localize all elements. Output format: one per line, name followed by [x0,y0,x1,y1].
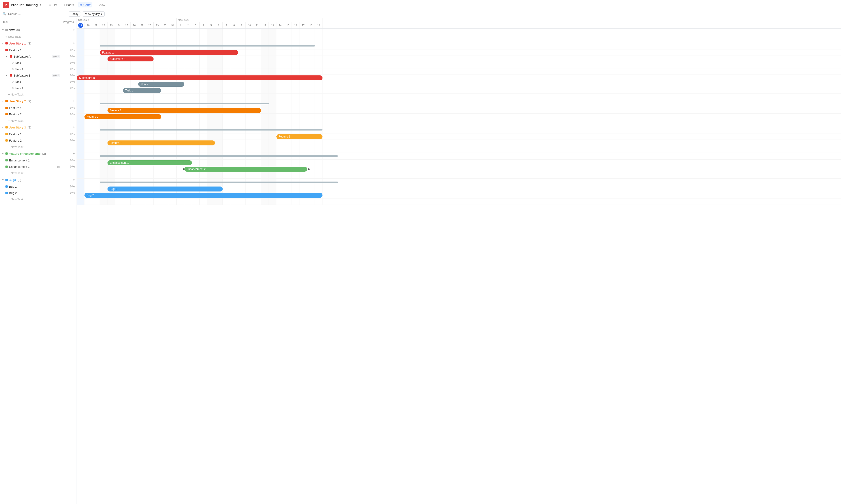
search-input[interactable] [8,12,67,16]
gantt-bar[interactable]: Feature 2 [85,114,161,119]
gantt-bar[interactable]: Feature 1 [100,50,238,55]
gantt-row-21: Enhancement 2 [77,166,841,172]
task-us1-feature1[interactable]: Feature 1 0 % [0,47,76,53]
task-us2-feature2[interactable]: Feature 2 0 % [0,111,76,118]
group-label-new: New (0) [8,28,72,32]
task-us3-feature2[interactable]: Feature 2 0 % [0,137,76,144]
day-cell-30: 30 [161,22,169,29]
day-cell-22: 22 [100,22,107,29]
expand-icon: ▼ [5,55,8,58]
task-us2-feature1[interactable]: Feature 1 0 % [0,105,76,111]
gantt-bar[interactable]: Feature 1 [276,134,322,139]
day-cell-31: 31 [169,22,177,29]
day-cell-29: 29 [154,22,161,29]
gantt-row-0 [77,29,841,36]
group-new[interactable]: ▼ New (0) + [0,26,76,33]
new-task-new-group[interactable]: + New Task [0,33,76,40]
add-group-us2-btn[interactable]: + [73,99,75,103]
day-cell-19: 19 [315,22,322,29]
new-task-fe[interactable]: + New Task [0,170,76,176]
gantt-row-25: Bug 2 [77,192,841,198]
group-user-story-2[interactable]: ▼ User Story 2 (2) + [0,97,76,105]
gantt-bar[interactable]: Bug 1 [107,186,223,192]
toolbar: 🔍 Today View by day ▾ [0,10,841,18]
add-icon: + [8,172,10,175]
add-group-us1-btn[interactable]: + [73,41,75,46]
add-group-us3-btn[interactable]: + [73,125,75,129]
gantt-group-bar[interactable] [100,182,338,183]
task-dot [12,87,14,89]
group-bugs[interactable]: ▼ Bugs (2) + [0,176,76,183]
day-row: 1920212223242526272829303112345678910111… [77,22,841,29]
collapse-icon: ▼ [2,42,4,45]
task-dot [5,113,8,115]
main-layout: Task Progress ▼ New (0) + + New Task ▼ U… [0,18,841,504]
view-by-day-button[interactable]: View by day ▾ [83,11,104,17]
add-icon: + [8,93,10,96]
gantt-group-bar[interactable] [100,155,338,157]
gantt-bar[interactable]: Bug 2 [85,193,322,198]
gantt-group-bar[interactable] [100,129,322,130]
collapse-icon: ▼ [2,152,4,155]
day-cell-3: 3 [192,22,200,29]
add-icon: + [8,145,10,148]
gantt-group-bar[interactable] [100,103,269,104]
group-dot-us3 [5,126,8,128]
gantt-bar[interactable]: Feature 1 [107,108,261,113]
task-enhancement1[interactable]: Enhancement 1 0 % [0,157,76,163]
day-cell-25: 25 [123,22,130,29]
task-bug1[interactable]: Bug 1 0 % [0,183,76,190]
day-cell-19: 19 [77,22,85,29]
day-cell-28: 28 [146,22,154,29]
gantt-area[interactable]: Oct, 2022Nov, 20221920212223242526272829… [77,18,841,504]
gantt-bar[interactable]: Feature 2 [107,141,215,145]
task-us1-subfeature-a[interactable]: ▼ Subfeature A ⊞0/2 0 % [0,53,76,60]
nav-gantt-btn[interactable]: ▦ Gantt [78,2,92,7]
task-bug2[interactable]: Bug 2 0 % [0,190,76,196]
new-task-us1[interactable]: + New Task [0,91,76,97]
gantt-row-26 [77,198,841,205]
gantt-bar[interactable]: Task 2 [138,82,184,87]
gantt-bar[interactable]: Enhancement 1 [107,160,192,165]
new-task-bugs[interactable]: + New Task [0,196,76,202]
group-user-story-3[interactable]: ▼ User Story 3 (2) + [0,124,76,131]
month-oct: Oct, 2022 [77,18,177,22]
task-us1-sfa-task2[interactable]: Task 2 0 % [0,60,76,66]
day-cell-8: 8 [230,22,238,29]
day-cell-14: 14 [276,22,284,29]
task-us3-feature1[interactable]: Feature 1 0 % [0,131,76,137]
day-cell-1: 1 [177,22,184,29]
new-task-us3[interactable]: + New Task [0,144,76,150]
add-group-new-btn[interactable]: + [73,28,75,32]
gantt-row-22 [77,172,841,179]
today-button[interactable]: Today [69,11,81,17]
gantt-bar[interactable]: Subfeature A [107,56,154,61]
gantt-bar[interactable]: Subfeature B [77,75,322,80]
task-us1-sfb-task2[interactable]: Task 2 0 % [0,78,76,85]
group-feature-enhancements[interactable]: ▼ Feature enhancements (2) + [0,150,76,157]
gantt-row-8: Task 2 [77,81,841,87]
task-column-header: Task [3,21,58,24]
collapse-icon: ▼ [2,126,4,129]
subtask-count: ⊞0/2 [52,55,60,58]
project-name: Product Backlog [11,3,38,7]
gantt-group-bar[interactable] [100,45,315,47]
task-us1-sfa-task1[interactable]: Task 1 0 % [0,66,76,72]
task-enhancement2[interactable]: Enhancement 2 ⊞ 0 % [0,163,76,170]
task-dot [12,81,14,83]
gantt-row-3: Feature 1 [77,50,841,56]
group-user-story-1[interactable]: ▼ User Story 1 (3) + [0,40,76,47]
task-dot [5,133,8,135]
nav-board-btn[interactable]: ⊞ Board [61,2,76,7]
gantt-bar[interactable]: Task 1 [123,88,161,93]
nav-add-view-btn[interactable]: + View [94,2,107,7]
project-chevron-icon[interactable]: ▾ [40,3,41,6]
add-group-fe-btn[interactable]: + [73,151,75,156]
task-us1-subfeature-b[interactable]: ▼ Subfeature B ⊞0/2 0 % [0,72,76,78]
nav-list-btn[interactable]: ☰ List [47,2,59,7]
add-group-bugs-btn[interactable]: + [73,178,75,182]
gantt-bar[interactable]: Enhancement 2 [184,167,307,172]
new-task-us2[interactable]: + New Task [0,118,76,124]
resize-icon: ⊞ [57,165,60,168]
task-us1-sfb-task1[interactable]: Task 1 0 % [0,85,76,91]
